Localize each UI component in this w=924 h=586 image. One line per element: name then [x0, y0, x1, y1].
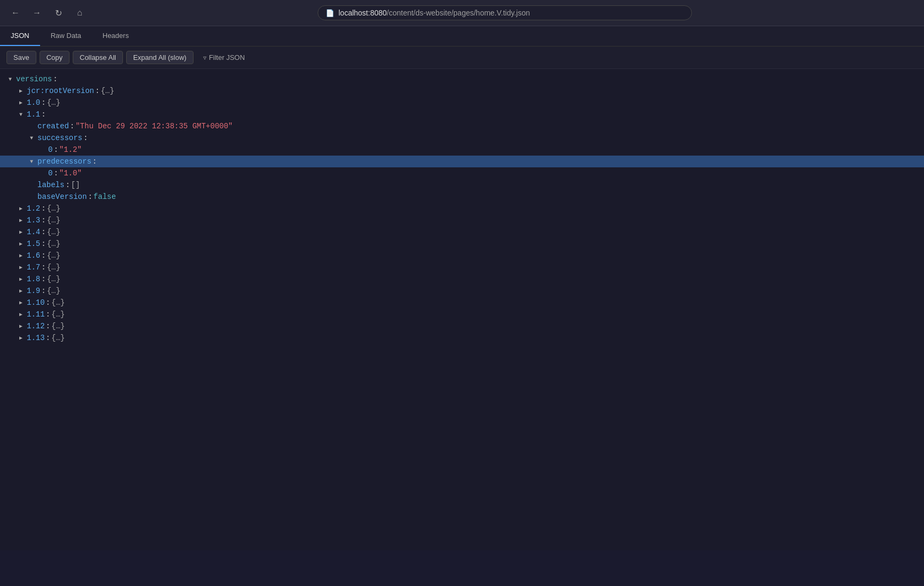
json-colon: :	[41, 251, 45, 260]
json-value: {…}	[51, 310, 65, 319]
json-line[interactable]: versions:	[0, 73, 924, 85]
expand-arrow[interactable]	[17, 240, 25, 248]
expand-all-button[interactable]: Expand All (slow)	[126, 51, 194, 64]
home-button[interactable]: ⌂	[73, 6, 87, 20]
json-colon: :	[46, 322, 50, 330]
json-line[interactable]: successors:	[0, 132, 924, 144]
json-line[interactable]: 1.4: {…}	[0, 226, 924, 238]
expand-arrow[interactable]	[17, 264, 25, 271]
json-value: {…}	[47, 275, 60, 283]
expand-arrow[interactable]	[17, 228, 25, 236]
json-key: 1.5	[27, 240, 40, 248]
json-key: predecessors	[37, 157, 91, 166]
json-value: "Thu Dec 29 2022 12:38:35 GMT+0000"	[75, 122, 233, 130]
filter-json-button[interactable]: ▿ Filter JSON	[197, 51, 251, 64]
json-line[interactable]: labels: []	[0, 179, 924, 191]
json-line[interactable]: 0: "1.0"	[0, 167, 924, 179]
collapse-arrow[interactable]	[17, 111, 25, 118]
expand-arrow[interactable]	[17, 299, 25, 306]
json-colon: :	[41, 263, 45, 272]
json-line[interactable]: 1.1:	[0, 109, 924, 120]
json-line[interactable]: 1.0: {…}	[0, 97, 924, 109]
json-line[interactable]: created: "Thu Dec 29 2022 12:38:35 GMT+0…	[0, 120, 924, 132]
json-colon: :	[46, 310, 50, 319]
json-line[interactable]: predecessors:	[0, 156, 924, 167]
expand-arrow[interactable]	[17, 217, 25, 224]
json-key: 1.4	[27, 228, 40, 236]
tab-raw-data[interactable]: Raw Data	[40, 26, 92, 46]
expand-arrow[interactable]	[17, 275, 25, 283]
json-line[interactable]: 1.12: {…}	[0, 320, 924, 332]
json-value: "1.0"	[59, 169, 82, 178]
expand-arrow[interactable]	[17, 99, 25, 106]
json-colon: :	[41, 110, 45, 119]
json-line[interactable]: jcr:rootVersion: {…}	[0, 85, 924, 97]
json-colon: :	[41, 204, 45, 213]
refresh-button[interactable]: ↻	[51, 6, 65, 20]
url-host: localhost:8080	[338, 9, 387, 17]
json-key: created	[37, 122, 69, 130]
json-toolbar: Save Copy Collapse All Expand All (slow)…	[0, 47, 924, 69]
expand-arrow[interactable]	[17, 252, 25, 259]
json-colon: :	[41, 216, 45, 225]
json-colon: :	[53, 169, 58, 178]
json-value: {…}	[47, 251, 60, 260]
json-line[interactable]: 1.6: {…}	[0, 250, 924, 261]
json-line[interactable]: 1.2: {…}	[0, 203, 924, 214]
json-line[interactable]: 1.7: {…}	[0, 261, 924, 273]
address-bar[interactable]: 📄 localhost:8080/content/ds-website/page…	[318, 5, 692, 20]
filter-label: Filter JSON	[209, 53, 245, 61]
json-key: 1.7	[27, 263, 40, 272]
url-path: /content/ds-website/pages/home.V.tidy.js…	[387, 9, 530, 17]
json-line[interactable]: 1.11: {…}	[0, 309, 924, 320]
expand-arrow[interactable]	[17, 311, 25, 318]
json-key: 1.0	[27, 98, 40, 107]
browser-chrome: ← → ↻ ⌂ 📄 localhost:8080/content/ds-webs…	[0, 0, 924, 26]
json-line[interactable]: 0: "1.2"	[0, 144, 924, 156]
json-value: {…}	[47, 98, 60, 107]
expand-arrow[interactable]	[17, 87, 25, 95]
json-value: "1.2"	[59, 145, 82, 154]
forward-button[interactable]: →	[30, 6, 44, 20]
copy-button[interactable]: Copy	[40, 51, 70, 64]
json-key: 1.8	[27, 275, 40, 283]
json-line[interactable]: baseVersion: false	[0, 191, 924, 203]
expand-arrow[interactable]	[17, 334, 25, 342]
json-key: 1.9	[27, 287, 40, 295]
json-content: versions:jcr:rootVersion: {…}1.0: {…}1.1…	[0, 69, 924, 550]
json-value: []	[71, 181, 80, 189]
collapse-arrow[interactable]	[28, 158, 35, 165]
collapse-all-button[interactable]: Collapse All	[73, 51, 123, 64]
json-colon: :	[41, 98, 45, 107]
json-line[interactable]: 1.10: {…}	[0, 297, 924, 309]
expand-arrow[interactable]	[17, 287, 25, 295]
json-colon: :	[70, 122, 74, 130]
collapse-arrow[interactable]	[28, 134, 35, 142]
json-value: {…}	[47, 287, 60, 295]
json-colon: :	[41, 228, 45, 236]
json-line[interactable]: 1.13: {…}	[0, 332, 924, 344]
json-colon: :	[41, 240, 45, 248]
json-colon: :	[46, 334, 50, 342]
json-line[interactable]: 1.5: {…}	[0, 238, 924, 250]
expand-arrow[interactable]	[17, 322, 25, 330]
save-button[interactable]: Save	[6, 51, 36, 64]
json-key: 1.11	[27, 310, 45, 319]
json-colon: :	[53, 145, 58, 154]
json-line[interactable]: 1.8: {…}	[0, 273, 924, 285]
tab-json[interactable]: JSON	[0, 26, 40, 46]
json-key: labels	[37, 181, 64, 189]
expand-arrow[interactable]	[17, 205, 25, 212]
json-line[interactable]: 1.9: {…}	[0, 285, 924, 297]
json-key: 1.10	[27, 298, 45, 307]
back-button[interactable]: ←	[9, 6, 22, 20]
filter-icon: ▿	[203, 54, 206, 61]
json-colon: :	[88, 192, 92, 201]
tab-headers[interactable]: Headers	[92, 26, 140, 46]
collapse-arrow[interactable]	[6, 75, 14, 83]
json-value: {…}	[47, 240, 60, 248]
browser-nav: ← → ↻ ⌂ 📄 localhost:8080/content/ds-webs…	[0, 0, 924, 26]
json-value: {…}	[51, 298, 65, 307]
json-line[interactable]: 1.3: {…}	[0, 214, 924, 226]
browser-tabs: JSON Raw Data Headers	[0, 26, 924, 47]
